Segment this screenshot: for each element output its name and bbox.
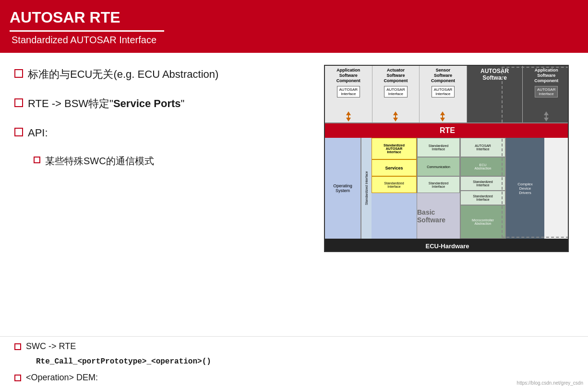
component-box-4: AUTOSARSoftware (467, 66, 523, 122)
diagram: ApplicationSoftwareComponent AUTOSARInte… (324, 65, 569, 252)
component-name-5: ApplicationSoftwareComponent (534, 68, 558, 83)
bullet-item-1: 标准的与ECU无关(e.g. ECU Abstraction) (14, 67, 310, 82)
component-box-3: SensorSoftwareComponent AUTOSARInterface (420, 66, 467, 122)
os-label: OperatingSystem (333, 183, 352, 193)
diagram-inner: ApplicationSoftwareComponent AUTOSARInte… (325, 66, 569, 252)
comm-std-top: StandardizedInterface (417, 138, 460, 157)
component-box-2: ActuatorSoftwareComponent AUTOSARInterfa… (372, 66, 420, 122)
services-box: Services (372, 159, 417, 176)
bullet-icon-3 (14, 128, 23, 136)
complex-label: ComplexDeviceDrivers (515, 180, 535, 197)
top-components: ApplicationSoftwareComponent AUTOSARInte… (325, 66, 569, 123)
std-interface-label: Standardized Interface (365, 171, 368, 205)
ecu-column: AUTOSARInterface ECUAbstraction Standard… (460, 138, 506, 239)
services-empty (372, 193, 417, 239)
ecu-std-top: AUTOSARInterface (460, 138, 505, 157)
services-column: StandardizedAUTOSARInterface Services St… (372, 138, 417, 239)
ecu-abs-box: ECUAbstraction (460, 157, 505, 176)
os-column: OperatingSystem (325, 138, 361, 239)
bottom-bullet-2: <Operation> DEM: (14, 373, 574, 383)
comm-box: Communication (417, 157, 460, 176)
bottom-bullet-text-2: <Operation> DEM: (26, 373, 98, 383)
sub-bullet-text-1: 某些特殊SWC的通信模式 (45, 155, 154, 168)
bullet-text-3: API: (28, 126, 48, 141)
rte-label: RTE (440, 126, 455, 135)
ecu-std-mid: StandardizedInterface (460, 176, 505, 191)
bullet-text-1: 标准的与ECU无关(e.g. ECU Abstraction) (28, 67, 218, 82)
basic-sw-area: Basic Software (417, 193, 460, 239)
complex-column: ComplexDeviceDrivers (506, 138, 544, 239)
bottom-bullet-text-1: SWC -> RTE (26, 341, 76, 352)
autosar-badge-5: AUTOSARInterface (535, 86, 558, 97)
comm-column: StandardizedInterface Communication Stan… (417, 138, 460, 239)
header-subtitle: Standardized AUTOSAR Interface (10, 30, 164, 48)
sub-bullet-1: 某些特殊SWC的通信模式 (34, 155, 310, 168)
main-content: 标准的与ECU无关(e.g. ECU Abstraction) RTE -> B… (0, 53, 588, 336)
component-name-1: ApplicationSoftwareComponent (336, 68, 360, 83)
right-panel: ApplicationSoftwareComponent AUTOSARInte… (324, 62, 574, 327)
bottom-bullet-icon-2 (14, 375, 21, 381)
bullet-icon-1 (14, 69, 23, 78)
ecu-bar: ECU-Hardware (325, 239, 569, 252)
bullet-text-2: RTE -> BSW特定"Service Ports" (28, 97, 184, 111)
bullet-item-2: RTE -> BSW特定"Service Ports" (14, 97, 310, 111)
component-name-2: ActuatorSoftwareComponent (384, 68, 408, 83)
ecu-std-lower: StandardizedInterface (460, 191, 505, 205)
code-text-1: Rte_Call_<portPrototype>_<operation>() (36, 357, 574, 366)
component-name-3: SensorSoftwareComponent (431, 68, 455, 83)
autosar-software-label: AUTOSARSoftware (480, 68, 509, 81)
autosar-badge-1: AUTOSARInterface (337, 86, 360, 97)
bottom-bullet-1: SWC -> RTE (14, 341, 574, 352)
bullet-icon-2 (14, 98, 23, 107)
watermark: https://blog.csdn.net/grey_csdn (517, 380, 583, 386)
bottom-section: SWC -> RTE Rte_Call_<portPrototype>_<ope… (0, 336, 588, 388)
services-std-top: StandardizedAUTOSARInterface (372, 138, 417, 159)
basic-sw-label: Basic Software (417, 208, 460, 224)
ecu-micro: MicrocontrollerAbstraction (460, 205, 505, 239)
services-std-bottom: StandardizedInterface (372, 176, 417, 193)
rte-bar: RTE (325, 123, 569, 138)
std-interface-col: Standardized Interface (361, 138, 372, 239)
sub-bullet-icon-1 (34, 157, 40, 163)
bottom-bullet-icon-1 (14, 343, 21, 350)
left-panel: 标准的与ECU无关(e.g. ECU Abstraction) RTE -> B… (14, 62, 310, 327)
comm-std-bottom: StandardizedInterface (417, 176, 460, 193)
autosar-badge-2: AUTOSARInterface (384, 86, 408, 97)
component-box-1: ApplicationSoftwareComponent AUTOSARInte… (325, 66, 372, 122)
autosar-badge-3: AUTOSARInterface (432, 86, 455, 97)
bullet-item-3: API: (14, 126, 310, 141)
component-box-5: ApplicationSoftwareComponent AUTOSARInte… (523, 66, 569, 122)
header: AUTOSAR RTE Standardized AUTOSAR Interfa… (0, 0, 588, 53)
ecu-hardware-label: ECU-Hardware (425, 242, 469, 250)
header-title: AUTOSAR RTE (10, 5, 578, 30)
bottom-diagram-area: OperatingSystem Standardized Interface S… (325, 138, 569, 239)
